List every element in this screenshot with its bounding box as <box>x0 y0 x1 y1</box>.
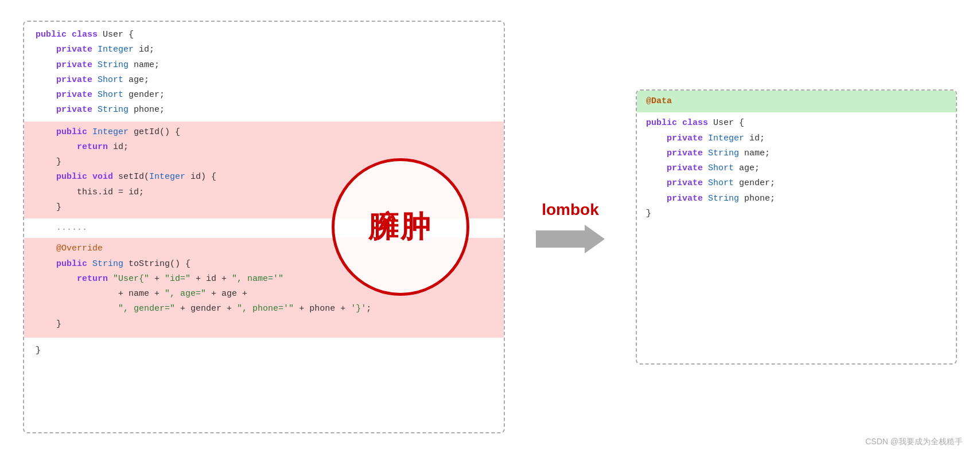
code-line: private String name; <box>36 58 492 73</box>
code-line: private Short age; <box>36 73 492 88</box>
right-code-box: @Data public class User { private Intege… <box>636 89 957 365</box>
bloat-circle: 臃肿 <box>332 158 469 296</box>
code-section-fields: public class User { private Integer id; … <box>24 22 504 122</box>
code-line: } <box>36 343 492 358</box>
bloat-text: 臃肿 <box>368 207 433 247</box>
code-line: private Integer id; <box>36 42 492 57</box>
code-line: private Short age; <box>646 161 947 176</box>
right-code-body: public class User { private Integer id; … <box>637 112 956 230</box>
arrow-right-icon <box>536 225 605 253</box>
code-line: public class User { <box>36 28 492 42</box>
svg-marker-0 <box>536 225 605 253</box>
lombok-label: lombok <box>542 201 599 219</box>
code-line: private Short gender; <box>36 88 492 103</box>
code-line: } <box>646 206 947 221</box>
left-code-box: public class User { private Integer id; … <box>23 21 505 433</box>
code-line: private Short gender; <box>646 176 947 191</box>
code-line: private String name; <box>646 146 947 161</box>
code-line: private Integer id; <box>646 131 947 146</box>
annotation-line: @Data <box>646 94 947 109</box>
watermark: CSDN @我要成为全栈糙手 <box>865 437 963 447</box>
code-line: } <box>36 317 492 332</box>
code-line: public class User { <box>646 116 947 131</box>
main-container: public class User { private Integer id; … <box>0 0 980 454</box>
code-section-close: } <box>24 338 504 362</box>
code-line: return id; <box>36 140 492 155</box>
arrow-section: lombok <box>519 201 622 253</box>
code-line: private String phone; <box>36 103 492 118</box>
code-line: ", gender=" + gender + ", phone='" + pho… <box>36 302 492 316</box>
code-line: private String phone; <box>646 191 947 206</box>
code-line: public Integer getId() { <box>36 125 492 140</box>
annotation-bar: @Data <box>637 91 956 112</box>
